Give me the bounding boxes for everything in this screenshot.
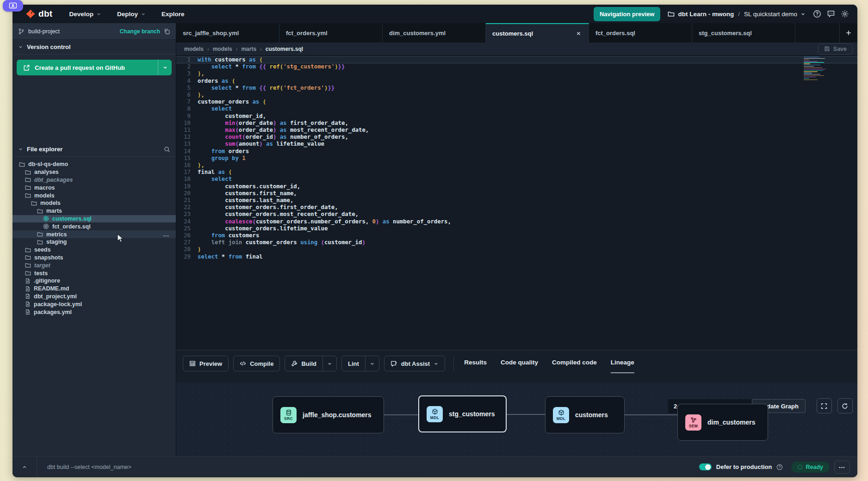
dbt-assist-button[interactable]: dbt Assist [384, 356, 445, 371]
code-line[interactable]: 21 customers.last_name, [176, 197, 857, 204]
tree-item-staging[interactable]: staging [12, 238, 176, 246]
code-line[interactable]: 24 coalesce(customer_orders.number_of_or… [176, 218, 857, 225]
dbt-logo[interactable]: dbt [25, 9, 52, 19]
menu-explore[interactable]: Explore [161, 11, 185, 18]
tree-item-analyses[interactable]: analyses [12, 168, 176, 176]
code-editor[interactable]: 1with customers as (2 select * from {{ r… [176, 55, 857, 350]
lint-options-chevron[interactable] [365, 356, 379, 371]
code-line[interactable]: 14 from orders [176, 148, 857, 155]
menu-develop[interactable]: Develop [69, 11, 101, 18]
code-line[interactable]: 4orders as ( [176, 78, 857, 85]
item-options-button[interactable]: ... [163, 231, 169, 238]
command-bar-expand-button[interactable] [12, 456, 37, 477]
lineage-node-customers[interactable]: MDLcustomers [545, 396, 625, 433]
compile-button[interactable]: Compile [233, 356, 280, 371]
panel-tab-results[interactable]: Results [464, 359, 487, 372]
code-line[interactable]: 16), [176, 162, 857, 169]
tree-item--gitignore[interactable]: .gitignore [12, 277, 176, 285]
code-line[interactable]: 26 from customers [176, 232, 857, 239]
code-line[interactable]: 11 max(order_date) as most_recent_order_… [176, 127, 857, 134]
code-line[interactable]: 28) [176, 246, 857, 253]
defer-to-production-toggle[interactable] [699, 463, 712, 470]
code-line[interactable]: 7customer_orders as ( [176, 99, 857, 105]
tree-item-fct-orders-sql[interactable]: fct_orders.sql [12, 222, 176, 230]
build-options-chevron[interactable] [322, 356, 336, 371]
create-pull-request-button[interactable]: Create a pull request on GitHub [17, 60, 172, 75]
tree-item-seeds[interactable]: seeds [12, 246, 176, 254]
tree-item-db-sl-qs-demo[interactable]: db-sl-qs-demo [12, 160, 176, 168]
tree-item-metrics[interactable]: metrics... [12, 230, 176, 238]
code-line[interactable]: 1with customers as ( [176, 56, 857, 63]
code-line[interactable]: 29select * from final [176, 253, 857, 260]
panel-tab-code-quality[interactable]: Code quality [501, 359, 538, 372]
menu-deploy[interactable]: Deploy [117, 11, 146, 18]
search-icon[interactable] [164, 146, 170, 153]
code-line[interactable]: 18 select [176, 176, 857, 183]
code-line[interactable]: 19 customers.customer_id, [176, 183, 857, 190]
tree-item-marts[interactable]: marts [12, 207, 176, 215]
refresh-button[interactable] [837, 398, 853, 413]
version-control-header[interactable]: Version control [12, 40, 176, 55]
project-switcher[interactable]: dbt Learn - mwong / SL quickstart demo [668, 11, 806, 18]
code-line[interactable]: 23 customer_orders.most_recent_order_dat… [176, 211, 857, 218]
settings-gear-icon[interactable] [841, 10, 849, 18]
breadcrumb-item[interactable]: marts [241, 46, 256, 52]
copy-icon[interactable] [164, 28, 170, 35]
tree-item-packages-yml[interactable]: packages.yml [12, 308, 176, 316]
panel-tab-compiled-code[interactable]: Compiled code [552, 359, 597, 372]
editor-tab[interactable]: stg_customers.sql [692, 23, 795, 43]
file-explorer-header[interactable]: File explorer [12, 142, 176, 157]
change-branch-link[interactable]: Change branch [120, 28, 160, 35]
tree-item-models[interactable]: models [12, 191, 176, 199]
help-icon[interactable] [813, 10, 821, 18]
code-line[interactable]: 25 customer_orders.lifetime_value [176, 225, 857, 232]
tree-item-macros[interactable]: macros [12, 184, 176, 191]
build-button[interactable]: Build [285, 356, 337, 371]
code-line[interactable]: 22 customer_orders.first_order_date, [176, 204, 857, 211]
code-line[interactable]: 3), [176, 70, 857, 77]
lineage-node-stg-customers[interactable]: MDLstg_customers [418, 395, 507, 432]
editor-tab[interactable]: fct_orders.sql [589, 23, 692, 43]
tree-item-models[interactable]: models [12, 199, 176, 207]
panel-tab-lineage[interactable]: Lineage [611, 359, 634, 373]
code-line[interactable]: 5 select * from {{ ref('fct_orders')}} [176, 85, 857, 92]
breadcrumb-item[interactable]: models [213, 46, 232, 52]
breadcrumb-item[interactable]: customers.sql [266, 46, 303, 52]
fullscreen-button[interactable] [817, 398, 832, 413]
code-line[interactable]: 9 customer_id, [176, 113, 857, 120]
lineage-canvas[interactable]: 2+customers+2 Update Graph SRCjaffle_sho… [176, 382, 857, 456]
code-line[interactable]: 12 count(order_id) as number_of_orders, [176, 134, 857, 141]
lineage-node-dim-customers[interactable]: SEMdim_customers [677, 404, 768, 441]
code-line[interactable]: 8 select [176, 105, 857, 112]
code-line[interactable]: 27 left join customer_orders using (cust… [176, 239, 857, 246]
navigation-preview-button[interactable]: Navigation preview [594, 7, 660, 21]
code-line[interactable]: 6), [176, 92, 857, 99]
save-button[interactable]: Save [818, 43, 853, 55]
tree-item-target[interactable]: target [12, 261, 176, 269]
code-line[interactable]: 15 group by 1 [176, 155, 857, 162]
pr-options-chevron[interactable] [158, 60, 172, 75]
tree-item-package-lock-yml[interactable]: package-lock.yml [12, 300, 176, 308]
code-line[interactable]: 2 select * from {{ ref('stg_customers')}… [176, 63, 857, 70]
lint-button[interactable]: Lint [341, 356, 379, 371]
new-tab-button[interactable] [840, 23, 857, 43]
more-options-button[interactable]: ⋯ [834, 461, 850, 474]
minimap[interactable] [804, 57, 831, 80]
defer-help-icon[interactable] [776, 464, 783, 470]
close-tab-icon[interactable] [576, 31, 581, 36]
close-tab-button[interactable] [575, 30, 582, 37]
tree-item-dbt-packages[interactable]: dbt_packages [12, 176, 176, 184]
tree-item-customers-sql[interactable]: customers.sql [12, 215, 176, 223]
code-line[interactable]: 20 customers.first_name, [176, 190, 857, 197]
breadcrumb-item[interactable]: models [184, 46, 204, 52]
feedback-icon[interactable] [827, 10, 835, 18]
lineage-node-jaffle-shop-customers[interactable]: SRCjaffle_shop.customers [273, 396, 384, 433]
code-line[interactable]: 17final as ( [176, 169, 857, 176]
tree-item-readme-md[interactable]: README.md [12, 285, 176, 293]
tree-item-tests[interactable]: tests [12, 269, 176, 277]
editor-tab[interactable]: src_jaffle_shop.yml [176, 23, 279, 43]
editor-tab[interactable]: fct_orders.yml [279, 23, 383, 43]
tree-item-snapshots[interactable]: snapshots [12, 254, 176, 262]
editor-tab[interactable]: customers.sql [486, 23, 589, 43]
command-input[interactable]: dbt build --select <model_name> [37, 464, 699, 470]
